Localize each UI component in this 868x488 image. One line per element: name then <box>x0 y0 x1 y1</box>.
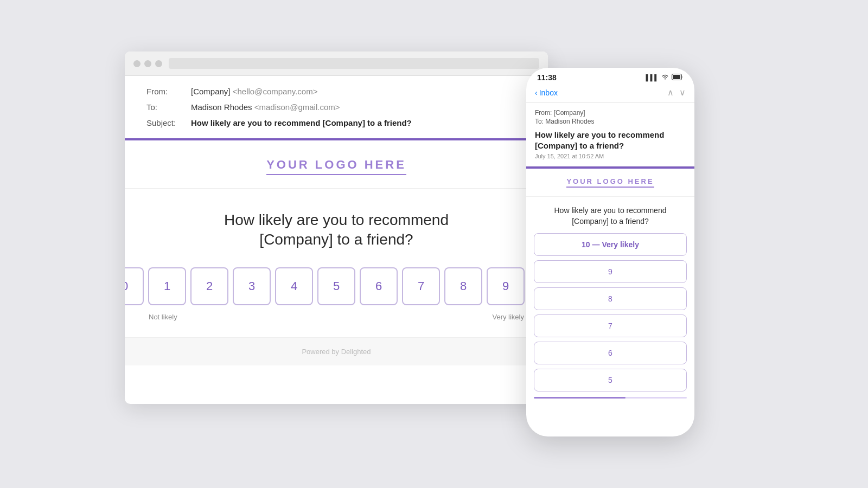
phone-nps-list: 10 — Very likely 9 8 7 6 5 <box>526 233 694 391</box>
email-body: YOUR LOGO HERE How likely are you to rec… <box>125 140 548 337</box>
phone-nps-item-9[interactable]: 9 <box>534 260 687 283</box>
from-label: From: <box>146 87 184 96</box>
logo-section-desktop: YOUR LOGO HERE <box>125 140 548 189</box>
browser-dots <box>133 60 162 67</box>
phone-nps-item-5[interactable]: 5 <box>534 369 687 391</box>
logo-placeholder-desktop: YOUR LOGO HERE <box>266 158 406 175</box>
browser-dot-1 <box>133 60 141 67</box>
chevron-left-icon: ‹ <box>535 88 538 97</box>
label-not-likely: Not likely <box>149 313 177 321</box>
phone-nps-item-8[interactable]: 8 <box>534 287 687 310</box>
survey-section-desktop: How likely are you to recommend[Company]… <box>125 189 548 337</box>
desktop-browser: From: [Company] <hello@company.com> To: … <box>125 52 548 404</box>
label-very-likely: Very likely <box>492 313 524 321</box>
survey-question-desktop: How likely are you to recommend[Company]… <box>146 210 526 250</box>
email-to-field: To: Madison Rhodes <madison@gmail.com> <box>146 102 526 112</box>
to-name: Madison Rhodes <box>191 102 252 112</box>
battery-icon <box>672 74 684 81</box>
email-header: From: [Company] <hello@company.com> To: … <box>125 76 548 138</box>
phone-logo-section: YOUR LOGO HERE <box>526 169 694 197</box>
phone-logo-placeholder: YOUR LOGO HERE <box>566 177 654 188</box>
subject-text: How likely are you to recommend [Company… <box>191 118 412 127</box>
nps-btn-4[interactable]: 4 <box>275 267 313 305</box>
nps-labels: Not likely Very likely <box>146 313 526 321</box>
up-arrow-icon[interactable]: ∧ <box>667 87 674 98</box>
phone-scrollbar <box>534 397 687 399</box>
phone-nps-item-7[interactable]: 7 <box>534 314 687 337</box>
powered-by-label: Powered by Delighted <box>302 348 371 356</box>
phone-scrollbar-thumb <box>534 397 626 399</box>
nps-btn-1[interactable]: 1 <box>148 267 186 305</box>
browser-dot-2 <box>144 60 151 67</box>
scene: From: [Company] <hello@company.com> To: … <box>125 52 743 436</box>
subject-label: Subject: <box>146 118 184 127</box>
email-subject-field: Subject: How likely are you to recommend… <box>146 118 526 127</box>
signal-icon: ▌▌▌ <box>646 74 659 81</box>
browser-chrome <box>125 52 548 76</box>
phone-nav-bar: ‹ Inbox ∧ ∨ <box>526 85 694 102</box>
nps-btn-2[interactable]: 2 <box>190 267 228 305</box>
email-footer-desktop: Powered by Delighted <box>125 337 548 365</box>
nps-btn-8[interactable]: 8 <box>444 267 482 305</box>
nps-btn-0[interactable]: 0 <box>125 267 144 305</box>
inbox-label: Inbox <box>539 88 558 97</box>
phone-nps-item-6[interactable]: 6 <box>534 342 687 364</box>
to-value: Madison Rhodes <madison@gmail.com> <box>191 102 340 112</box>
mobile-phone: 11:38 ▌▌▌ <box>526 68 694 436</box>
phone-status-bar: 11:38 ▌▌▌ <box>526 68 694 85</box>
phone-email-body: YOUR LOGO HERE How likely are you to rec… <box>526 169 694 399</box>
wifi-icon <box>661 74 669 81</box>
browser-address-bar[interactable] <box>169 58 539 69</box>
phone-to: To: Madison Rhodes <box>535 118 686 125</box>
nps-buttons-desktop: 0 1 2 3 4 5 6 7 8 9 10 <box>146 267 526 305</box>
email-from-field: From: [Company] <hello@company.com> <box>146 87 526 96</box>
browser-dot-3 <box>155 60 162 67</box>
phone-date: July 15, 2021 at 10:52 AM <box>535 153 686 159</box>
svg-rect-1 <box>673 75 680 79</box>
from-value: [Company] <hello@company.com> <box>191 87 317 96</box>
nps-btn-9[interactable]: 9 <box>487 267 525 305</box>
phone-back-button[interactable]: ‹ Inbox <box>535 88 558 97</box>
to-label: To: <box>146 102 184 112</box>
phone-nps-item-10[interactable]: 10 — Very likely <box>534 233 687 256</box>
phone-subject: How likely are you to recommend [Company… <box>535 130 686 151</box>
nps-btn-7[interactable]: 7 <box>402 267 440 305</box>
phone-nav-arrows: ∧ ∨ <box>667 87 686 98</box>
phone-email-header: From: [Company] To: Madison Rhodes How l… <box>526 102 694 166</box>
down-arrow-icon[interactable]: ∨ <box>679 87 686 98</box>
from-email: <hello@company.com> <box>233 87 318 96</box>
phone-time: 11:38 <box>537 73 557 82</box>
phone-status-icons: ▌▌▌ <box>646 74 684 81</box>
nps-btn-3[interactable]: 3 <box>233 267 271 305</box>
phone-from: From: [Company] <box>535 109 686 117</box>
from-company: [Company] <box>191 87 231 96</box>
phone-survey-question: How likely are you to recommend [Company… <box>526 197 694 233</box>
nps-btn-5[interactable]: 5 <box>317 267 355 305</box>
nps-btn-6[interactable]: 6 <box>360 267 398 305</box>
to-email: <madison@gmail.com> <box>254 102 340 112</box>
